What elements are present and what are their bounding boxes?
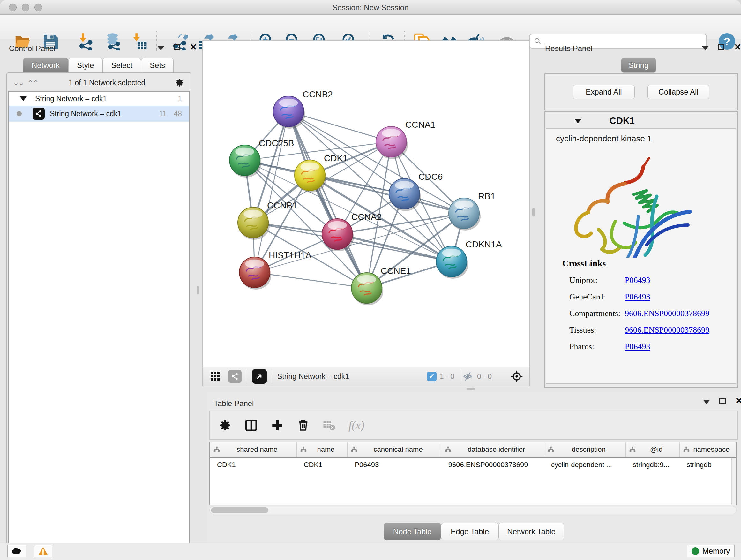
tab-select[interactable]: Select xyxy=(103,58,141,73)
cloud-status-button[interactable] xyxy=(7,545,26,557)
memory-label: Memory xyxy=(702,547,730,556)
network-options-gear-icon[interactable] xyxy=(175,78,185,87)
crosslink-link[interactable]: P06493 xyxy=(625,342,650,352)
bottom-splitter-handle[interactable] xyxy=(467,388,475,390)
network-node-cdkn1a[interactable]: CDKN1A xyxy=(436,240,502,279)
table-cell[interactable]: CDK1 xyxy=(297,461,348,469)
add-column-plus-icon[interactable] xyxy=(271,419,284,432)
column-header-description[interactable]: description xyxy=(544,442,626,457)
column-header-shared-name[interactable]: shared name xyxy=(210,442,297,457)
network-collection-row[interactable]: String Network – cdk1 1 xyxy=(9,91,189,106)
delete-column-trash-icon[interactable] xyxy=(297,419,310,432)
results-panel-menu-icon[interactable] xyxy=(702,46,709,51)
search-icon xyxy=(534,37,542,45)
network-edge-count: 48 xyxy=(174,110,182,118)
node-label: CDC6 xyxy=(418,172,443,182)
panel-float-icon[interactable] xyxy=(174,44,180,51)
table-vertical-scrollbar[interactable] xyxy=(731,458,736,505)
panel-close-icon[interactable]: ✕ xyxy=(190,44,197,51)
column-attribute-icon xyxy=(351,446,358,453)
results-panel-close-icon[interactable]: ✕ xyxy=(734,44,741,51)
collection-count: 1 xyxy=(178,95,182,103)
table-row[interactable]: CDK1CDK1P064939606.ENSP00000378699cyclin… xyxy=(210,457,736,472)
crosslink-label: Compartments: xyxy=(562,309,625,318)
memory-button[interactable]: Memory xyxy=(687,545,735,557)
table-cell[interactable]: CDK1 xyxy=(210,461,297,469)
network-row[interactable]: String Network – cdk1 11 48 xyxy=(9,106,189,122)
network-edge[interactable] xyxy=(255,272,367,288)
collapse-all-networks-icon[interactable]: ⌄⌄ xyxy=(13,78,23,87)
gene-section-header[interactable]: CDK1 xyxy=(546,113,736,128)
protein-structure-image xyxy=(562,149,699,258)
network-node-cdc6[interactable]: CDC6 xyxy=(389,172,443,211)
node-label: HIST1H1A xyxy=(269,250,312,260)
left-splitter-handle[interactable] xyxy=(197,286,199,294)
crosslink-link[interactable]: P06493 xyxy=(625,275,650,285)
show-columns-icon[interactable] xyxy=(245,419,258,432)
tab-style[interactable]: Style xyxy=(68,58,103,73)
right-splitter-handle[interactable] xyxy=(532,208,535,216)
tab-string[interactable]: String xyxy=(621,58,656,73)
table-cell[interactable]: P06493 xyxy=(347,461,441,469)
column-header-namespace[interactable]: namespace xyxy=(680,442,736,457)
network-node-ccna1[interactable]: CCNA1 xyxy=(376,120,435,159)
function-builder-icon: f(x) xyxy=(348,419,364,432)
network-edge[interactable] xyxy=(255,111,288,272)
network-node-cdk1[interactable]: CDK1 xyxy=(294,153,348,192)
app-window: Session: New Session xyxy=(0,0,741,560)
warning-status-button[interactable] xyxy=(34,545,52,557)
tab-node-table[interactable]: Node Table xyxy=(384,523,441,540)
network-node-rb1[interactable]: RB1 xyxy=(449,191,495,231)
table-cell[interactable]: stringdb:9... xyxy=(626,461,680,469)
network-edge[interactable] xyxy=(288,111,367,288)
tab-sets[interactable]: Sets xyxy=(141,58,174,73)
tab-network[interactable]: Network xyxy=(23,58,68,73)
cloud-icon xyxy=(11,547,22,555)
network-node-ccnb2[interactable]: CCNB2 xyxy=(273,89,333,129)
table-header-row: shared namenamecanonical namedatabase id… xyxy=(210,442,736,457)
fit-selected-crosshair-icon[interactable] xyxy=(510,369,524,383)
table-horizontal-scrollbar[interactable] xyxy=(209,506,737,514)
crosslink-row: Uniprot:P06493 xyxy=(562,275,728,285)
collapse-all-button[interactable]: Collapse All xyxy=(648,84,710,99)
tab-network-table[interactable]: Network Table xyxy=(498,523,564,540)
status-bar: Memory xyxy=(0,543,741,560)
column-attribute-icon xyxy=(683,446,690,453)
table-panel-menu-icon[interactable] xyxy=(703,400,710,404)
results-panel-float-icon[interactable] xyxy=(718,44,724,51)
collection-expand-icon[interactable] xyxy=(20,97,27,101)
network-node-ccnb1[interactable]: CCNB1 xyxy=(238,200,297,240)
network-edge[interactable] xyxy=(255,213,464,272)
table-cell[interactable]: 9606.ENSP00000378699 xyxy=(441,461,544,469)
column-header--id[interactable]: @id xyxy=(626,442,680,457)
expand-all-networks-icon[interactable]: ⌄⌄ xyxy=(28,78,39,87)
network-view: CCNB2CCNA1CDC25BCDK1CDC6RB1CCNB1CCNA2CDK… xyxy=(202,40,530,386)
crosslink-link[interactable]: P06493 xyxy=(625,292,650,302)
table-cell[interactable]: cyclin-dependent ... xyxy=(544,461,626,469)
selected-nodes-checkbox-icon[interactable]: ✓ xyxy=(427,372,436,381)
gene-collapse-icon[interactable] xyxy=(575,119,582,123)
table-panel-float-icon[interactable] xyxy=(719,398,726,404)
tab-edge-table[interactable]: Edge Table xyxy=(441,523,498,540)
network-edge[interactable] xyxy=(337,234,452,261)
birds-eye-view-icon[interactable] xyxy=(252,369,267,384)
table-cell[interactable]: stringdb xyxy=(679,461,736,469)
table-options-gear-icon[interactable] xyxy=(219,419,232,432)
expand-all-button[interactable]: Expand All xyxy=(573,84,635,99)
network-view-title: String Network – cdk1 xyxy=(277,372,427,381)
main-toolbar: ? xyxy=(0,15,741,39)
column-header-name[interactable]: name xyxy=(297,442,348,457)
grid-view-icon[interactable] xyxy=(210,371,221,382)
network-graph-canvas[interactable]: CCNB2CCNA1CDC25BCDK1CDC6RB1CCNB1CCNA2CDK… xyxy=(203,41,529,367)
panel-menu-icon[interactable] xyxy=(158,46,164,51)
table-panel-close-icon[interactable]: ✕ xyxy=(735,398,741,404)
crosslink-link[interactable]: 9606.ENSP00000378699 xyxy=(625,325,710,335)
crosslink-link[interactable]: 9606.ENSP00000378699 xyxy=(625,309,710,318)
column-header-canonical-name[interactable]: canonical name xyxy=(347,442,441,457)
title-bar: Session: New Session xyxy=(0,0,741,15)
column-header-database-identifier[interactable]: database identifier xyxy=(441,442,544,457)
network-node-ccne1[interactable]: CCNE1 xyxy=(351,266,411,305)
network-node-hist1h1a[interactable]: HIST1H1A xyxy=(239,250,312,290)
string-view-badge-icon[interactable] xyxy=(228,370,242,383)
column-attribute-icon xyxy=(213,446,220,453)
